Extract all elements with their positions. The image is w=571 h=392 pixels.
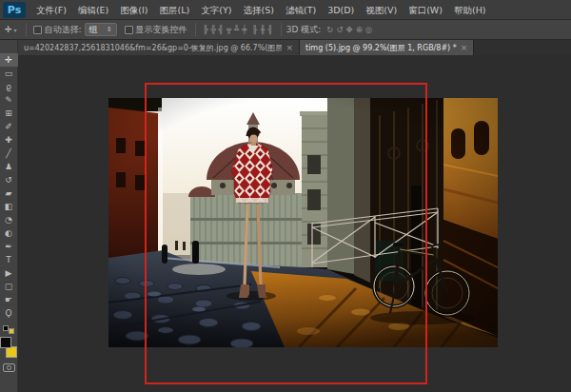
menu-item[interactable]: 编辑(E) (72, 0, 114, 20)
document-tab[interactable]: u=420242837,2561831046&fm=26&gp=0-恢复的.jp… (18, 40, 300, 55)
clone-stamp-tool[interactable]: ♟ (0, 160, 18, 173)
red-annotation-rectangle (145, 83, 427, 384)
zoom-tool[interactable]: Ϙ (0, 306, 18, 320)
align-icon[interactable]: ╪ (242, 23, 246, 36)
distribute-icon[interactable]: ╟ (252, 23, 257, 36)
threed-mode-icon[interactable]: ↻ (326, 23, 333, 36)
shape-tool[interactable]: ▢ (0, 280, 18, 293)
menu-item[interactable]: 帮助(H) (448, 0, 492, 20)
distribute-icon[interactable]: ╫ (260, 23, 265, 36)
hand-tool[interactable]: ☛ (0, 293, 18, 306)
threed-mode-icon-group: ↻↺✥⊕◎ (326, 23, 372, 36)
eraser-tool[interactable]: ▰ (0, 186, 18, 200)
marquee-tool[interactable]: ▭ (0, 67, 18, 80)
chevron-down-icon: ▾ (14, 27, 17, 33)
lasso-tool[interactable]: ϱ (0, 80, 18, 93)
canvas-area[interactable] (18, 55, 571, 392)
gradient-tool[interactable]: ◧ (0, 200, 18, 213)
document-tab[interactable]: timg (5).jpg @ 99.2%(图层 1, RGB/8#) * × (300, 40, 474, 55)
menu-item[interactable]: 3D(D) (322, 0, 360, 20)
distribute-icon-group: ╟╫╢ (252, 23, 272, 36)
menu-item-list: 文件(F)编辑(E)图像(I)图层(L)文字(Y)选择(S)滤镜(T)3D(D)… (30, 0, 492, 20)
auto-select-label: 自动选择: (45, 24, 82, 36)
blur-tool[interactable]: ◔ (0, 213, 18, 226)
document-tab-bar: u=420242837,2561831046&fm=26&gp=0-恢复的.jp… (18, 40, 571, 55)
crop-tool[interactable]: ⊞ (0, 107, 18, 120)
align-icon[interactable]: ╣ (219, 23, 224, 36)
distribute-icon[interactable]: ╢ (268, 23, 273, 36)
brush-tool[interactable]: ╱ (0, 147, 18, 160)
dodge-tool[interactable]: ◐ (0, 226, 18, 240)
stepper-icon: ⇕ (107, 26, 112, 33)
eyedropper-tool[interactable]: ✐ (0, 120, 18, 133)
type-tool[interactable]: T (0, 253, 18, 266)
document-tab-title: timg (5).jpg @ 99.2%(图层 1, RGB/8#) * (305, 43, 457, 53)
healing-brush-tool[interactable]: ✚ (0, 133, 18, 147)
threed-mode-icon[interactable]: ✥ (346, 23, 353, 36)
menu-item[interactable]: 视图(V) (360, 0, 403, 20)
menu-item[interactable]: 文件(F) (30, 0, 72, 20)
threed-mode-label: 3D 模式: (286, 24, 322, 36)
move-tool[interactable]: ✛ (0, 53, 18, 67)
align-icon[interactable]: ╬ (211, 23, 216, 36)
show-transform-checkbox[interactable] (125, 26, 133, 34)
photoshop-logo: Ps (3, 2, 26, 18)
pen-tool[interactable]: ✒ (0, 240, 18, 253)
auto-select-dropdown[interactable]: 组 ⇕ (85, 23, 117, 36)
tab-close-icon[interactable]: × (286, 40, 293, 55)
history-brush-tool[interactable]: ↺ (0, 173, 18, 186)
menu-item[interactable]: 选择(S) (237, 0, 279, 20)
menu-item[interactable]: 滤镜(T) (280, 0, 322, 20)
document-tab-title: u=420242837,2561831046&fm=26&gp=0-恢复的.jp… (24, 43, 282, 53)
divider (281, 23, 282, 36)
default-colors-icon[interactable] (3, 325, 14, 334)
auto-select-value: 组 (89, 24, 98, 36)
default-background-chip (9, 328, 14, 334)
foreground-color-swatch[interactable] (0, 337, 11, 348)
divider (195, 23, 196, 36)
menu-item[interactable]: 图像(I) (114, 0, 153, 20)
threed-mode-icon[interactable]: ◎ (365, 23, 372, 36)
threed-mode-icon[interactable]: ⊕ (356, 23, 363, 36)
auto-select-checkbox[interactable] (33, 26, 42, 34)
options-bar: ✛ ▾ 自动选择: 组 ⇕ 显示变换控件 ╠╬╣╦╩╪ ╟╫╢ 3D 模式: ↻… (0, 20, 571, 40)
quick-selection-tool[interactable]: ✎ (0, 93, 18, 107)
tool-list: ✛▭ϱ✎⊞✐✚╱♟↺▰◧◔◐✒T▶▢☛Ϙ (0, 53, 18, 320)
menu-item[interactable]: 图层(L) (154, 0, 196, 20)
show-transform-label: 显示变换控件 (136, 24, 187, 36)
align-icon[interactable]: ╠ (204, 23, 208, 36)
align-icon[interactable]: ╦ (226, 23, 231, 36)
quick-mask-button[interactable] (3, 363, 15, 372)
tool-preset-picker[interactable]: ✛ ▾ (0, 25, 21, 34)
align-icon[interactable]: ╩ (234, 23, 239, 36)
menu-item[interactable]: 窗口(W) (403, 0, 448, 20)
align-icon-group: ╠╬╣╦╩╪ (204, 23, 247, 36)
photoshop-window: Ps 文件(F)编辑(E)图像(I)图层(L)文字(Y)选择(S)滤镜(T)3D… (0, 0, 571, 392)
threed-mode-icon[interactable]: ↺ (336, 23, 343, 36)
tools-panel: ✛▭ϱ✎⊞✐✚╱♟↺▰◧◔◐✒T▶▢☛Ϙ (0, 40, 18, 392)
move-tool-icon: ✛ (5, 25, 12, 34)
menu-bar: Ps 文件(F)编辑(E)图像(I)图层(L)文字(Y)选择(S)滤镜(T)3D… (0, 0, 571, 20)
tab-close-icon[interactable]: × (461, 40, 468, 55)
path-selection-tool[interactable]: ▶ (0, 266, 18, 280)
menu-item[interactable]: 文字(Y) (195, 0, 237, 20)
color-swatches (0, 337, 17, 358)
quick-mask-circle-icon (7, 365, 11, 370)
divider (26, 23, 27, 36)
